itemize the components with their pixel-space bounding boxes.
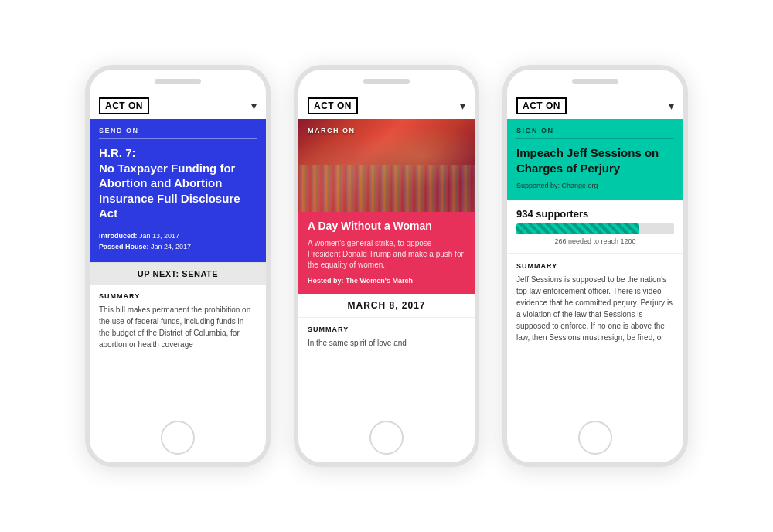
- passed-label: Passed House:: [99, 243, 149, 251]
- introduced-label: Introduced:: [99, 232, 138, 240]
- phone-3-header: ACT ON ▾: [507, 91, 683, 119]
- phone-3: ACT ON ▾ SIGN ON Impeach Jeff Sessions o…: [502, 65, 688, 467]
- bill-title: H.R. 7: No Taxpayer Funding for Abortion…: [99, 145, 257, 221]
- hosted-label: Hosted by:: [308, 277, 344, 285]
- app-logo-2: ACT ON: [308, 97, 358, 114]
- action-type-3: SIGN ON: [516, 127, 674, 139]
- hosted-by-org: The Women's March: [346, 277, 413, 285]
- introduced-date-value: Jan 13, 2017: [139, 232, 179, 240]
- progress-bar-fill: [516, 223, 639, 234]
- supported-label: Supported by:: [516, 182, 560, 189]
- scene: ACT ON ▾ SEND ON H.R. 7: No Taxpayer Fun…: [0, 0, 773, 532]
- march-hero-image: [298, 119, 475, 212]
- summary-label-1: SUMMARY: [99, 292, 257, 300]
- phone-2-pink-section: A Day Without a Woman A women's general …: [298, 212, 475, 294]
- passed-date-value: Jan 24, 2017: [151, 243, 191, 251]
- phone-3-hero: SIGN ON Impeach Jeff Sessions on Charges…: [507, 119, 683, 200]
- summary-label-3: SUMMARY: [516, 262, 674, 270]
- phone-2-header: ACT ON ▾: [298, 91, 475, 119]
- chevron-down-icon-1[interactable]: ▾: [251, 100, 257, 112]
- app-logo-3: ACT ON: [516, 97, 567, 114]
- event-date: MARCH 8, 2017: [305, 300, 468, 311]
- phone-1-hero: SEND ON H.R. 7: No Taxpayer Funding for …: [90, 119, 266, 261]
- action-type-1: SEND ON: [99, 127, 257, 139]
- summary-text-2: In the same spirit of love and: [308, 337, 465, 349]
- chevron-down-icon-3[interactable]: ▾: [669, 100, 674, 112]
- hosted-by: Hosted by: The Women's March: [308, 277, 465, 285]
- progress-bar: [516, 223, 674, 234]
- supporters-count: 934 supporters: [516, 208, 674, 220]
- supporters-section: 934 supporters 266 needed to reach 1200: [507, 200, 683, 254]
- bill-dates: Introduced: Jan 13, 2017 Passed House: J…: [99, 230, 257, 253]
- up-next-bar: UP NEXT: SENATE: [90, 262, 266, 285]
- crowd-texture: [298, 165, 475, 212]
- event-date-section: MARCH 8, 2017: [298, 294, 475, 318]
- supported-by-org: Change.org: [562, 182, 598, 189]
- phone-1-summary: SUMMARY This bill makes permanent the pr…: [90, 285, 266, 420]
- petition-title: Impeach Jeff Sessions on Charges of Perj…: [516, 145, 674, 176]
- supported-by: Supported by: Change.org: [516, 182, 674, 189]
- progress-needed: 266 needed to reach 1200: [516, 237, 674, 245]
- chevron-down-icon-2[interactable]: ▾: [460, 100, 465, 112]
- passed-date: Passed House: Jan 24, 2017: [99, 241, 257, 252]
- phone-3-inner: ACT ON ▾ SIGN ON Impeach Jeff Sessions o…: [507, 91, 683, 420]
- phone-1-header: ACT ON ▾: [90, 91, 266, 119]
- event-title: A Day Without a Woman: [308, 220, 465, 234]
- phone-2-inner: ACT ON ▾ A Day Without a Woman A women's…: [298, 91, 475, 420]
- event-description: A women's general strike, to oppose Pres…: [308, 238, 465, 271]
- summary-label-2: SUMMARY: [308, 326, 465, 333]
- summary-text-3: Jeff Sessions is supposed to be the nati…: [516, 274, 674, 343]
- phone-2-summary: SUMMARY In the same spirit of love and: [298, 318, 475, 420]
- introduced-date: Introduced: Jan 13, 2017: [99, 230, 257, 241]
- phone-2: ACT ON ▾ A Day Without a Woman A women's…: [294, 65, 479, 467]
- phone-1-inner: ACT ON ▾ SEND ON H.R. 7: No Taxpayer Fun…: [90, 91, 266, 420]
- app-logo-1: ACT ON: [99, 97, 149, 114]
- summary-text-1: This bill makes permanent the prohibitio…: [99, 304, 257, 350]
- phone-1: ACT ON ▾ SEND ON H.R. 7: No Taxpayer Fun…: [85, 65, 271, 467]
- phone-3-summary: SUMMARY Jeff Sessions is supposed to be …: [507, 254, 683, 420]
